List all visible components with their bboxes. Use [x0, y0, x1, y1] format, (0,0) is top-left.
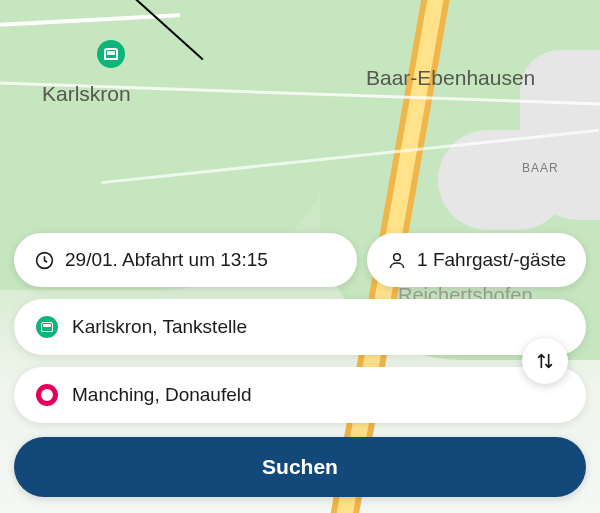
- swap-stops-button[interactable]: [522, 338, 568, 384]
- origin-field[interactable]: Karlskron, Tankstelle: [14, 299, 586, 355]
- origin-map-pin[interactable]: [97, 40, 125, 68]
- search-panel: 29/01. Abfahrt um 13:15 1 Fahrgast/-gäst…: [0, 221, 600, 513]
- departure-time-label: 29/01. Abfahrt um 13:15: [65, 249, 268, 271]
- map-label-baar-district: BAAR: [522, 161, 559, 175]
- map-label-baar: Baar-Ebenhausen: [366, 66, 535, 90]
- origin-value: Karlskron, Tankstelle: [72, 316, 247, 338]
- origin-marker-icon: [36, 316, 58, 338]
- bus-icon: [104, 48, 118, 60]
- destination-field[interactable]: Manching, Donaufeld: [14, 367, 586, 423]
- passenger-count-button[interactable]: 1 Fahrgast/-gäste: [367, 233, 586, 287]
- clock-icon: [34, 250, 55, 271]
- svg-point-1: [394, 253, 401, 260]
- passenger-count-label: 1 Fahrgast/-gäste: [417, 249, 566, 271]
- search-button[interactable]: Suchen: [14, 437, 586, 497]
- destination-value: Manching, Donaufeld: [72, 384, 252, 406]
- map-label-karlskron: Karlskron: [42, 82, 131, 106]
- destination-marker-icon: [36, 384, 58, 406]
- swap-icon: [534, 350, 556, 372]
- person-icon: [387, 250, 407, 271]
- departure-time-button[interactable]: 29/01. Abfahrt um 13:15: [14, 233, 357, 287]
